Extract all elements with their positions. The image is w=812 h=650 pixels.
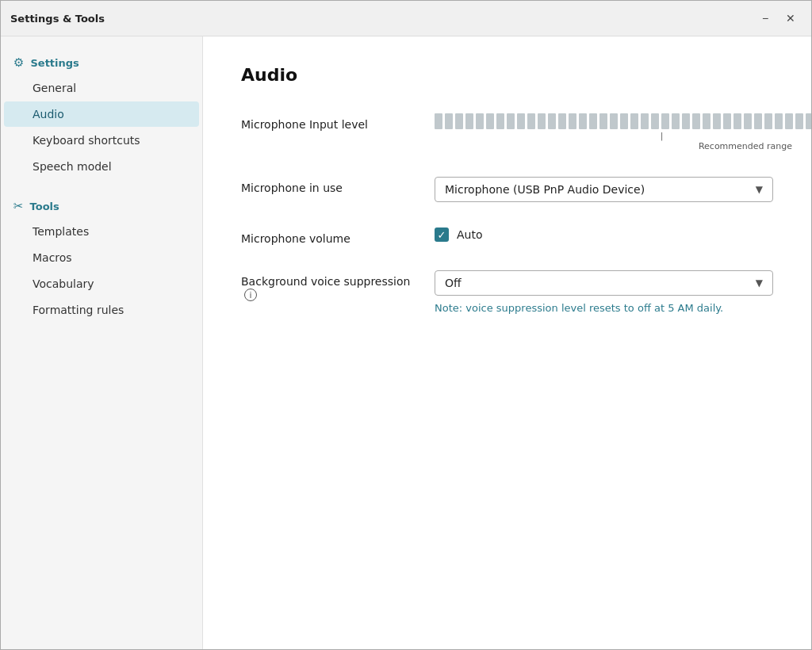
sidebar-item-speech-model[interactable]: Speech model [4, 154, 199, 179]
sidebar-divider [1, 180, 202, 193]
window-controls: − ✕ [754, 7, 802, 29]
bg-voice-suppression-control: Off ▼ Note: voice suppression level rese… [435, 270, 773, 314]
mic-bar-37 [806, 113, 811, 129]
level-tick-area: | | [435, 131, 811, 141]
mic-bar-18 [610, 113, 618, 129]
mic-bar-1 [435, 113, 442, 129]
bg-voice-suppression-row: Background voice suppression i Off ▼ Not… [241, 270, 773, 314]
bg-suppression-value: Off [445, 277, 462, 289]
mic-bar-33 [764, 113, 772, 129]
mic-bar-19 [620, 113, 628, 129]
mic-bar-2 [445, 113, 453, 129]
mic-bar-4 [465, 113, 473, 129]
sidebar-item-general[interactable]: General [4, 75, 199, 101]
recommended-range-label-container: Recommended range [435, 141, 811, 151]
mic-bar-10 [527, 113, 535, 129]
minimize-button[interactable]: − [754, 7, 776, 29]
settings-icon: ⚙ [13, 55, 24, 70]
mic-bar-35 [785, 113, 793, 129]
content-area: ⚙ Settings General Audio Keyboard shortc… [1, 36, 811, 649]
sidebar-item-keyboard-shortcuts[interactable]: Keyboard shortcuts [4, 128, 199, 153]
mic-bar-31 [744, 113, 752, 129]
mic-bar-34 [775, 113, 783, 129]
mic-volume-row: Microphone volume ✓ Auto [241, 228, 773, 245]
mic-in-use-value: Microphone (USB PnP Audio Device) [445, 183, 645, 196]
mic-in-use-dropdown[interactable]: Microphone (USB PnP Audio Device) ▼ [435, 177, 773, 202]
mic-bar-28 [713, 113, 721, 129]
mic-volume-label: Microphone volume [241, 228, 416, 245]
close-button[interactable]: ✕ [779, 7, 802, 29]
tools-icon: ✂ [13, 199, 24, 213]
mic-bar-21 [641, 113, 649, 129]
page-title: Audio [241, 65, 773, 85]
mic-input-level-row: Microphone Input level [241, 113, 773, 151]
sidebar-item-formatting-rules[interactable]: Formatting rules [4, 297, 199, 323]
sidebar-item-vocabulary[interactable]: Vocabulary [4, 271, 199, 296]
main-content: Audio Microphone Input level [203, 36, 811, 649]
mic-bar-12 [548, 113, 556, 129]
mic-level-bars [435, 113, 811, 129]
mic-bar-32 [754, 113, 762, 129]
bg-suppression-dropdown[interactable]: Off ▼ [435, 270, 773, 296]
mic-bar-11 [538, 113, 546, 129]
mic-bar-30 [733, 113, 741, 129]
mic-in-use-arrow: ▼ [756, 184, 763, 195]
mic-bar-20 [630, 113, 638, 129]
tools-section-header: ✂ Tools [1, 193, 202, 218]
bg-voice-suppression-label: Background voice suppression i [241, 270, 416, 301]
mic-bar-9 [517, 113, 525, 129]
mic-input-level-control: | | Recommended range [435, 113, 811, 151]
mic-bar-26 [692, 113, 700, 129]
mic-bar-8 [507, 113, 515, 129]
bg-suppression-info-icon[interactable]: i [244, 289, 257, 301]
titlebar: Settings & Tools − ✕ [1, 1, 811, 36]
mic-volume-checkbox-row: ✓ Auto [435, 228, 773, 242]
mic-bar-22 [651, 113, 659, 129]
sidebar-item-audio[interactable]: Audio [4, 101, 199, 127]
mic-input-level-label: Microphone Input level [241, 113, 416, 131]
mic-bar-17 [599, 113, 607, 129]
sidebar-item-macros[interactable]: Macros [4, 245, 199, 270]
tools-section-label: Tools [30, 201, 59, 212]
mic-bar-15 [579, 113, 587, 129]
app-window: Settings & Tools − ✕ ⚙ Settings General … [0, 0, 812, 650]
mic-bar-29 [723, 113, 731, 129]
settings-section-label: Settings [30, 57, 79, 69]
bg-suppression-arrow: ▼ [756, 277, 763, 289]
checkmark-icon: ✓ [438, 230, 446, 240]
mic-bar-24 [672, 113, 680, 129]
mic-bar-14 [569, 113, 576, 129]
mic-bar-23 [661, 113, 669, 129]
mic-in-use-row: Microphone in use Microphone (USB PnP Au… [241, 177, 773, 202]
bg-suppression-note: Note: voice suppression level resets to … [435, 302, 773, 314]
window-title: Settings & Tools [10, 13, 105, 25]
mic-bar-3 [455, 113, 463, 129]
left-tick: | [661, 131, 664, 141]
settings-section-header: ⚙ Settings [1, 49, 202, 75]
mic-volume-checkbox[interactable]: ✓ [435, 228, 449, 242]
mic-bar-16 [589, 113, 597, 129]
mic-bar-5 [476, 113, 484, 129]
mic-volume-control: ✓ Auto [435, 228, 773, 242]
mic-level-container: | | Recommended range [435, 113, 811, 151]
mic-bar-6 [486, 113, 494, 129]
mic-bar-36 [795, 113, 803, 129]
mic-bar-13 [558, 113, 566, 129]
sidebar-item-templates[interactable]: Templates [4, 219, 199, 244]
mic-volume-auto-label: Auto [457, 228, 483, 241]
mic-in-use-label: Microphone in use [241, 177, 416, 194]
recommended-range-label: Recommended range [699, 141, 792, 151]
mic-bar-25 [682, 113, 690, 129]
mic-bar-7 [496, 113, 504, 129]
mic-bar-27 [703, 113, 710, 129]
mic-in-use-control: Microphone (USB PnP Audio Device) ▼ [435, 177, 773, 202]
level-indicator-row: | | Recommended range [435, 131, 811, 151]
sidebar: ⚙ Settings General Audio Keyboard shortc… [1, 36, 203, 649]
